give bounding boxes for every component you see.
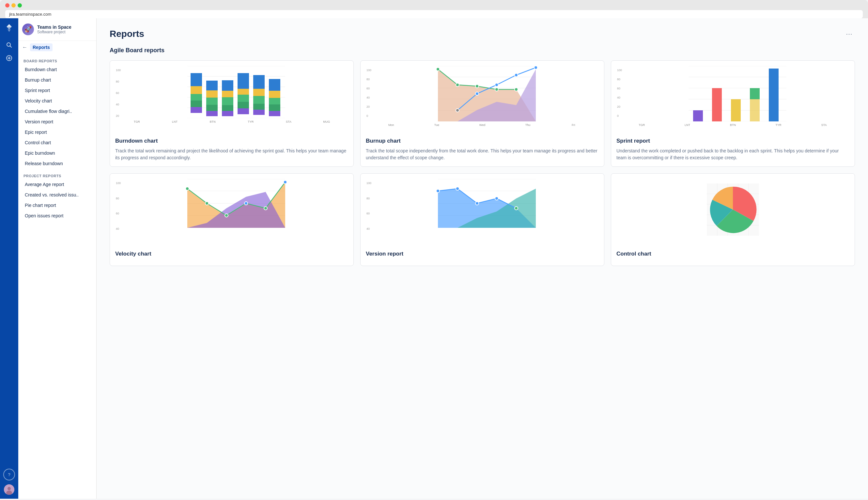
sidebar-item-reports[interactable]: Reports [30,43,53,51]
control-body: Control chart [611,246,855,266]
close-button[interactable] [5,3,10,8]
svg-rect-66 [693,110,703,122]
burndown-x-labels: TGR LNT BTN TYR STA MUG [115,120,348,123]
svg-rect-22 [206,105,218,111]
version-card[interactable]: 100806040 [360,173,604,266]
svg-point-58 [515,73,518,77]
svg-point-57 [495,83,498,87]
sidebar-item-project-1[interactable]: Created vs. resolved issu.. [20,190,95,200]
svg-rect-19 [206,81,218,90]
svg-point-81 [264,207,267,210]
svg-rect-24 [222,80,233,91]
sprint-card[interactable]: 100806040200 [611,60,855,167]
svg-rect-35 [253,89,265,96]
sprint-title: Sprint report [616,138,849,144]
svg-rect-71 [769,69,779,122]
sidebar-item-board-8[interactable]: Epic burndown [20,148,95,158]
sprint-chart: 100806040200 [611,61,855,133]
sidebar-item-project-3[interactable]: Open issues report [20,211,95,221]
version-body: Version report [361,246,604,266]
velocity-body: Velocity chart [110,246,353,266]
app-logo[interactable] [3,22,15,34]
burnup-chart: 100806040200 [361,61,604,133]
project-reports-label: PROJECT REPORTS [18,169,96,179]
svg-line-1 [10,46,12,48]
svg-point-54 [515,88,518,91]
svg-rect-39 [269,79,280,91]
sidebar-item-board-5[interactable]: Version report [20,116,95,127]
project-avatar: 🚀 [22,23,34,35]
help-icon[interactable]: ? [3,469,15,480]
svg-rect-17 [191,101,202,107]
burndown-card[interactable]: 10080604020 [110,60,354,167]
sidebar-item-board-0[interactable]: Burndown chart [20,64,95,75]
svg-rect-32 [238,102,249,109]
velocity-card[interactable]: 100806040 [110,173,354,266]
svg-point-80 [244,202,248,205]
svg-rect-27 [222,105,233,111]
svg-rect-37 [253,104,265,110]
sidebar-item-board-1[interactable]: Burnup chart [20,75,95,85]
board-reports-label: BOARD REPORTS [18,54,96,64]
svg-rect-25 [222,91,233,97]
url-bar[interactable]: jira.teamsinspace.com [5,10,863,18]
create-icon[interactable] [3,52,15,64]
sidebar-item-board-3[interactable]: Velocity chart [20,95,95,106]
sidebar-item-board-9[interactable]: Release burndown [20,158,95,169]
control-card[interactable]: Control chart [611,173,855,266]
svg-point-51 [456,83,459,87]
svg-rect-42 [269,104,280,111]
user-avatar[interactable] [4,484,14,495]
sidebar-item-project-2[interactable]: Pie chart report [20,200,95,211]
more-options-button[interactable]: ⋯ [843,29,855,39]
burnup-body: Burnup chart Track the total scope indep… [361,133,604,167]
project-type: Software project [37,30,71,34]
back-arrow-icon: ← [22,44,27,50]
main-header: Reports ⋯ [110,29,855,39]
velocity-title: Velocity chart [115,251,348,257]
sidebar-item-board-6[interactable]: Epic report [20,127,95,137]
svg-point-90 [476,202,479,205]
svg-point-78 [205,202,208,205]
burndown-chart: 10080604020 [110,61,353,133]
burnup-x-labels: Mon Tue Wed Thu Fri [366,123,599,127]
svg-point-53 [495,88,498,91]
sidebar-item-board-7[interactable]: Control chart [20,137,95,148]
svg-rect-31 [238,95,249,102]
project-header: 🚀 Teams in Space Software project [18,18,96,41]
icon-bar: ? [0,18,18,499]
sidebar-item-board-4[interactable]: Cumulative flow diagri.. [20,106,95,116]
minimize-button[interactable] [11,3,16,8]
svg-rect-40 [269,91,280,98]
svg-rect-30 [238,89,249,95]
version-chart: 100806040 [361,174,604,246]
svg-rect-36 [253,96,265,104]
svg-rect-29 [238,73,249,89]
burnup-title: Burnup chart [366,138,599,144]
svg-rect-15 [191,86,202,94]
sprint-desc: Understand the work completed or pushed … [616,148,849,161]
svg-point-6 [8,487,11,490]
back-nav[interactable]: ← Reports [18,41,96,54]
control-title: Control chart [616,251,849,257]
velocity-y-labels: 100806040 [116,181,121,230]
svg-rect-69 [750,99,760,122]
svg-point-91 [495,197,498,200]
sidebar-item-project-0[interactable]: Average Age report [20,179,95,190]
burnup-card[interactable]: 100806040200 [360,60,604,167]
burndown-y-labels: 10080604020 [116,69,121,117]
burnup-y-labels: 100806040200 [366,69,372,117]
svg-rect-16 [191,94,202,101]
sidebar-item-board-2[interactable]: Sprint report [20,85,95,95]
maximize-button[interactable] [18,3,22,8]
svg-point-77 [186,187,189,190]
svg-point-88 [436,189,439,193]
svg-rect-41 [269,98,280,104]
control-chart [611,174,855,246]
page-title: Reports [110,29,144,39]
svg-rect-23 [206,111,218,116]
project-name: Teams in Space [37,24,71,30]
svg-rect-43 [269,111,280,116]
search-icon[interactable] [3,39,15,51]
sprint-body: Sprint report Understand the work comple… [611,133,855,167]
